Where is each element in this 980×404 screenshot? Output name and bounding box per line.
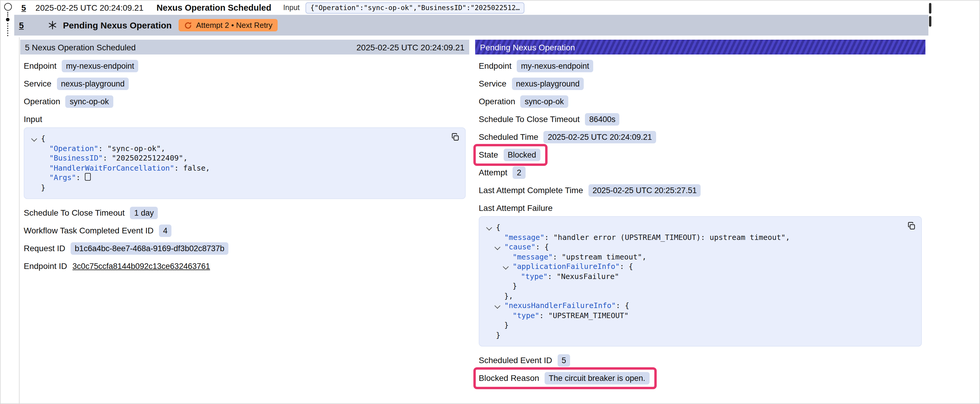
pending-event-id-link[interactable]: 5 <box>19 21 24 30</box>
field-value-chip: 4 <box>159 224 172 237</box>
json-text: : "upstream timeout", <box>553 252 646 261</box>
code-line: "cause": { <box>487 242 901 252</box>
code-line: "applicationFailureInfo": { <box>487 262 901 272</box>
collapse-chevron-icon[interactable] <box>487 223 496 233</box>
input-section-label: Input <box>24 114 466 124</box>
code-line: "type": "UPSTREAM_TIMEOUT" <box>487 311 901 320</box>
json-key: "cause" <box>504 242 535 251</box>
pending-operation-header: Pending Nexus Operation <box>475 40 926 54</box>
code-line: "HandlerWaitForCancellation": false, <box>32 163 445 173</box>
nexus-asterisk-icon <box>48 21 57 30</box>
pending-operation-title: Pending Nexus Operation <box>63 20 172 30</box>
json-key: "BusinessID" <box>49 154 103 162</box>
event-history-row[interactable]: 5 2025-02-25 UTC 20:24:09.21 Nexus Opera… <box>17 1 928 15</box>
event-detail-header: 5 Nexus Operation Scheduled 2025-02-25 U… <box>20 40 469 54</box>
json-text: }, <box>504 291 513 300</box>
json-text: : "handler error (UPSTREAM_TIMEOUT): ups… <box>544 233 790 241</box>
field-value-chip: 2025-02-25 UTC 20:24:09.21 <box>544 131 656 143</box>
event-marker-dot-icon <box>6 18 9 21</box>
field-label: Request ID <box>24 244 65 253</box>
field-label: Scheduled Event ID <box>479 355 552 365</box>
field-value-chip: 86400s <box>585 113 620 125</box>
field-label: Service <box>479 79 506 88</box>
collapse-chevron-icon[interactable] <box>495 242 504 252</box>
code-line: "type": "NexusFailure" <box>487 272 901 281</box>
field-last-attempt-complete-time: Last Attempt Complete Time 2025-02-25 UT… <box>479 184 922 196</box>
json-text: } <box>496 330 500 339</box>
copy-icon[interactable] <box>451 133 460 142</box>
blocked-reason-highlight-annotation: Blocked Reason The circuit breaker is op… <box>479 372 649 384</box>
code-line: } <box>487 320 901 330</box>
field-label: Schedule To Close Timeout <box>24 208 124 217</box>
field-schedule-to-close: Schedule To Close Timeout 86400s <box>479 112 922 125</box>
code-line: } <box>32 183 445 193</box>
field-label: Endpoint ID <box>24 261 67 271</box>
retry-attempt-badge: Attempt 2 • Next Retry <box>179 19 278 32</box>
input-code-block: {"Operation": "sync-op-ok","BusinessID":… <box>24 127 466 199</box>
last-attempt-failure-label: Last Attempt Failure <box>479 203 922 213</box>
field-scheduled-time: Scheduled Time 2025-02-25 UTC 20:24:09.2… <box>479 130 922 143</box>
collapse-chevron-icon[interactable] <box>32 134 41 144</box>
code-line: "nexusHandlerFailureInfo": { <box>487 301 901 311</box>
json-text: : { <box>535 242 549 251</box>
field-value-chip: 5 <box>558 354 570 366</box>
json-text: } <box>512 281 517 290</box>
panel-header-title: 5 Nexus Operation Scheduled <box>25 42 136 52</box>
field-label: Scheduled Time <box>479 132 538 142</box>
field-label: Operation <box>479 97 515 106</box>
code-line: }, <box>487 291 901 301</box>
code-line: "message": "handler error (UPSTREAM_TIME… <box>487 233 901 242</box>
field-blocked-reason: Blocked Reason The circuit breaker is op… <box>479 371 922 385</box>
collapse-chevron-icon[interactable] <box>503 262 512 272</box>
scrollbar-thumb[interactable] <box>929 3 931 14</box>
field-label: Attempt <box>479 168 508 177</box>
empty-array-icon <box>85 173 91 181</box>
event-id-link[interactable]: 5 <box>21 3 26 13</box>
timeline-dotted-line <box>7 23 8 36</box>
copy-icon[interactable] <box>907 222 916 230</box>
field-label: Service <box>24 79 51 88</box>
endpoint-id-link[interactable]: 3c0c75ccfa8144b092c13ce632463761 <box>72 261 210 271</box>
field-value-chip: 1 day <box>130 206 158 219</box>
field-value-chip: 2 <box>513 166 526 179</box>
state-highlight-annotation: State Blocked <box>479 148 540 161</box>
field-request-id: Request ID b1c6a4bc-8ee7-468a-9169-df3b0… <box>24 242 466 255</box>
json-key: "type" <box>521 272 547 280</box>
json-text: : <box>76 173 85 182</box>
field-value-chip: my-nexus-endpoint <box>62 60 138 72</box>
event-detail-panel: 5 Nexus Operation Scheduled 2025-02-25 U… <box>20 40 469 273</box>
field-label: Blocked Reason <box>479 373 539 383</box>
collapse-chevron-icon[interactable] <box>495 301 504 311</box>
event-marker-circle-icon <box>4 3 12 11</box>
code-lines: {"Operation": "sync-op-ok","BusinessID":… <box>32 134 445 193</box>
json-text: : "20250225122409", <box>103 154 188 162</box>
json-text: { <box>496 223 500 231</box>
field-service: Service nexus-playground <box>479 77 922 90</box>
code-lines: {"message": "handler error (UPSTREAM_TIM… <box>487 223 901 340</box>
retry-badge-label: Attempt 2 • Next Retry <box>196 21 273 30</box>
field-scheduled-event-id: Scheduled Event ID 5 <box>479 354 922 367</box>
pending-operation-panel: Pending Nexus Operation Endpoint my-nexu… <box>475 40 926 385</box>
json-text: { <box>41 134 45 143</box>
retry-icon <box>184 21 192 29</box>
code-line: "Args": <box>32 173 445 183</box>
event-name: Nexus Operation Scheduled <box>157 3 271 13</box>
field-attempt: Attempt 2 <box>479 166 922 179</box>
code-line: { <box>32 134 445 144</box>
scrollbar-thumb[interactable] <box>929 16 931 27</box>
json-key: "applicationFailureInfo" <box>512 262 620 271</box>
json-text: : "UPSTREAM_TIMEOUT" <box>539 311 628 320</box>
timeline-dotted-line <box>7 12 8 17</box>
json-text: : { <box>616 301 629 310</box>
pending-operation-row[interactable]: 5 Pending Nexus Operation Attempt 2 • Ne… <box>14 15 928 36</box>
state-value-chip: Blocked <box>503 148 540 161</box>
field-label: Endpoint <box>24 61 57 70</box>
json-key: "type" <box>512 311 539 320</box>
field-value-chip: nexus-playground <box>512 77 584 90</box>
json-key: "Args" <box>49 173 76 182</box>
field-value-chip: sync-op-ok <box>65 95 113 108</box>
json-text: : "sync-op-ok", <box>99 144 165 152</box>
panel-header-timestamp: 2025-02-25 UTC 20:24:09.21 <box>356 42 465 52</box>
field-value-chip: sync-op-ok <box>520 95 568 108</box>
field-value-chip: my-nexus-endpoint <box>517 60 593 72</box>
